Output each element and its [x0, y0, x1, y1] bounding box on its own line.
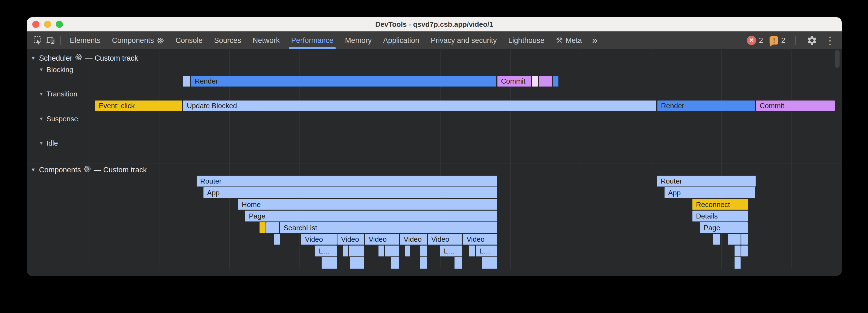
collapse-arrow-icon[interactable]: ▼	[39, 116, 44, 122]
collapse-arrow-icon[interactable]: ▼	[31, 55, 36, 61]
flame-bar-video[interactable]: Video	[338, 234, 364, 245]
flame-bar[interactable]	[183, 76, 190, 86]
flame-bar[interactable]	[350, 257, 364, 269]
collapse-arrow-icon[interactable]: ▼	[39, 67, 44, 73]
flame-bar[interactable]	[482, 257, 497, 269]
collapse-arrow-icon[interactable]: ▼	[39, 140, 44, 146]
flame-bar[interactable]	[343, 246, 348, 256]
tab-sources[interactable]: Sources	[208, 31, 247, 49]
flame-bar-video[interactable]: Video	[463, 234, 497, 245]
more-tabs-button[interactable]: »	[588, 35, 602, 45]
traffic-lights	[32, 17, 63, 31]
warning-count: 2	[781, 36, 785, 45]
flame-bar[interactable]	[735, 246, 741, 256]
react-atom-icon	[157, 37, 164, 44]
warning-icon: !	[770, 36, 778, 44]
tab-label: Performance	[291, 36, 334, 45]
flame-bar[interactable]	[378, 246, 384, 256]
flame-bar-label: Video	[338, 235, 359, 244]
lane-blocking[interactable]: ▼Blocking	[39, 66, 73, 74]
flame-bar-router[interactable]: Router	[197, 176, 497, 186]
flame-bar[interactable]	[539, 76, 552, 86]
flame-bar-l[interactable]: L…	[440, 246, 462, 256]
flame-bar[interactable]	[728, 234, 741, 245]
device-toolbar-icon[interactable]	[44, 34, 57, 47]
flame-bar-searchlist[interactable]: SearchList	[280, 222, 497, 233]
scheduler-track-header[interactable]: ▼ Scheduler — Custom track	[31, 54, 138, 63]
flame-bar[interactable]	[385, 246, 399, 256]
flame-bar-router[interactable]: Router	[657, 176, 755, 186]
tab-application[interactable]: Application	[377, 31, 425, 49]
tab-meta[interactable]: ⚒Meta	[550, 31, 588, 49]
flame-bar[interactable]	[266, 222, 279, 233]
error-badge[interactable]: ✕ 2	[747, 36, 763, 45]
zoom-window-button[interactable]	[56, 21, 63, 28]
inspect-element-icon[interactable]	[32, 34, 44, 47]
tab-lighthouse[interactable]: Lighthouse	[503, 31, 550, 49]
lane-label: Transition	[46, 90, 78, 98]
flame-bar[interactable]	[349, 246, 364, 256]
minimize-window-button[interactable]	[44, 21, 51, 28]
flame-bar[interactable]	[420, 246, 427, 256]
tab-label: Application	[383, 36, 419, 45]
tab-memory[interactable]: Memory	[339, 31, 377, 49]
flame-bar-details[interactable]: Details	[692, 211, 748, 221]
flame-bar-label: App	[204, 189, 220, 197]
tab-elements[interactable]: Elements	[64, 31, 106, 49]
scrollbar-thumb[interactable]	[835, 50, 840, 68]
flame-bar-commit[interactable]: Commit	[756, 101, 835, 111]
flame-bar[interactable]	[735, 257, 741, 269]
flame-bar-render[interactable]: Render	[191, 76, 496, 86]
lane-idle[interactable]: ▼Idle	[39, 139, 58, 147]
tab-console[interactable]: Console	[170, 31, 208, 49]
flame-bar[interactable]	[321, 257, 337, 269]
warning-badge[interactable]: ! 2	[770, 36, 785, 45]
collapse-arrow-icon[interactable]: ▼	[39, 91, 44, 97]
flame-bar-update-blocked[interactable]: Update Blocked	[183, 101, 656, 111]
flame-bar-video[interactable]: Video	[301, 234, 337, 245]
flame-bar[interactable]	[420, 257, 427, 269]
tab-privacy-and-security[interactable]: Privacy and security	[425, 31, 503, 49]
flame-bar-render[interactable]: Render	[657, 101, 755, 111]
flame-bar-label: L…	[476, 247, 490, 255]
tab-performance[interactable]: Performance	[285, 31, 339, 49]
lane-transition[interactable]: ▼Transition	[39, 90, 78, 98]
tab-components[interactable]: Components	[106, 31, 170, 49]
track-title-suffix: — Custom track	[85, 54, 138, 63]
flame-bar[interactable]	[553, 76, 558, 86]
flame-bar[interactable]	[405, 246, 410, 256]
flame-bar-home[interactable]: Home	[238, 199, 497, 210]
flame-bar[interactable]	[713, 234, 720, 245]
flame-bar[interactable]	[532, 76, 538, 86]
flame-bar-app[interactable]: App	[664, 187, 755, 198]
close-window-button[interactable]	[32, 21, 39, 28]
flame-bar-commit[interactable]: Commit	[497, 76, 531, 86]
flame-bar-video[interactable]: Video	[365, 234, 399, 245]
timeline-gridline	[721, 50, 722, 269]
track-title-suffix: — Custom track	[94, 166, 147, 174]
flame-bar-reconnect[interactable]: Reconnect	[692, 199, 748, 210]
titlebar: DevTools - qsvd7p.csb.app/video/1	[27, 17, 842, 31]
tab-network[interactable]: Network	[247, 31, 285, 49]
flame-bar[interactable]	[391, 257, 399, 269]
flame-bar-label: Commit	[756, 102, 784, 110]
flame-bar-page[interactable]: Page	[245, 211, 497, 221]
flame-bar[interactable]	[741, 246, 748, 256]
flame-bar-event-click[interactable]: Event: click	[95, 101, 182, 111]
flame-bar-l[interactable]: L…	[476, 246, 497, 256]
flame-bar[interactable]	[274, 234, 280, 245]
flame-bar-l[interactable]: L…	[315, 246, 337, 256]
flame-bar[interactable]	[259, 222, 266, 233]
tabbar-right-controls: ✕ 2 ! 2 ⋮	[747, 34, 837, 47]
flame-bar-video[interactable]: Video	[400, 234, 427, 245]
lane-suspense[interactable]: ▼Suspense	[39, 115, 78, 123]
flame-bar-page[interactable]: Page	[700, 222, 748, 233]
flame-bar-video[interactable]: Video	[428, 234, 462, 245]
flame-bar[interactable]	[469, 246, 475, 256]
flame-bar[interactable]	[741, 234, 748, 245]
flame-bar[interactable]	[455, 257, 462, 269]
settings-gear-icon[interactable]	[806, 34, 818, 47]
collapse-arrow-icon[interactable]: ▼	[31, 167, 36, 173]
kebab-menu-icon[interactable]: ⋮	[825, 35, 835, 46]
flame-bar-app[interactable]: App	[204, 187, 497, 198]
